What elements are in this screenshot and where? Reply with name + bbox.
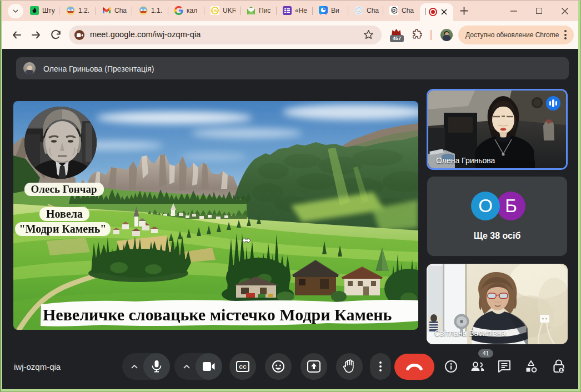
svg-text:Невеличке словацьке містечко М: Невеличке словацьке містечко Модри Камен… xyxy=(43,305,392,324)
svg-text:CC: CC xyxy=(239,364,247,370)
svg-text:"Модри Камень": "Модри Камень" xyxy=(19,223,107,235)
svg-text:UN: UN xyxy=(212,9,218,13)
svg-text:Олесь Гончар: Олесь Гончар xyxy=(31,183,97,195)
svg-text:Новела: Новела xyxy=(46,208,83,220)
